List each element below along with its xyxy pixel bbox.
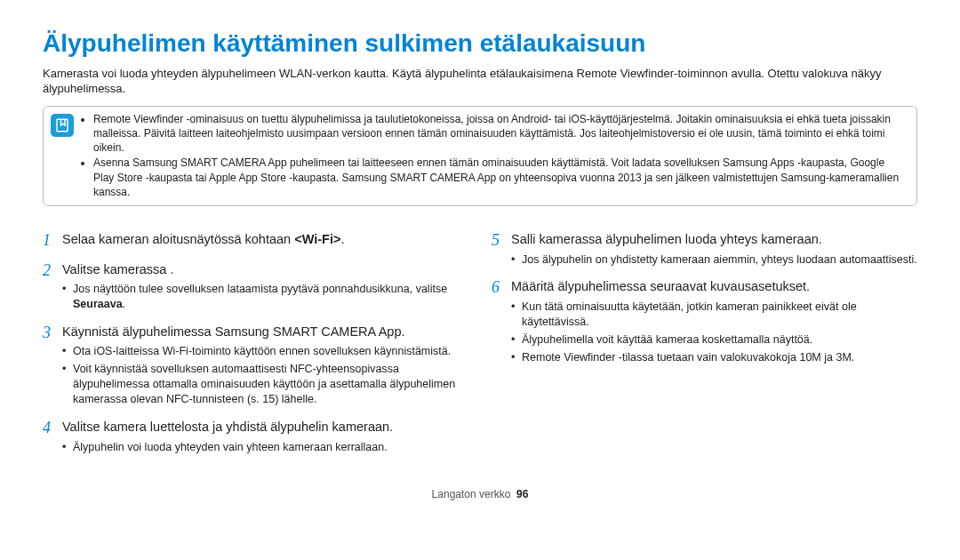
step-1: 1 Selaa kameran aloitusnäytössä kohtaan … [43,231,468,252]
bullet: Jos älypuhelin on yhdistetty kameraan ai… [511,252,917,268]
svg-rect-0 [57,119,68,132]
step-number: 5 [492,231,511,269]
step-6: 6 Määritä älypuhelimessa seuraavat kuvau… [492,278,917,367]
note-icon [51,114,74,137]
step-number: 1 [43,231,62,252]
page-title: Älypuhelimen käyttäminen sulkimen etälau… [43,27,917,60]
step-5: 5 Salli kamerassa älypuhelimen luoda yht… [492,231,917,269]
bullet: Voit käynnistää sovelluksen automaattise… [62,362,468,407]
bullet: Älypuhelimella voit käyttää kameraa kosk… [511,332,917,348]
bullet: Kun tätä ominaisuutta käytetään, jotkin … [511,300,917,330]
note-box: Remote Viewfinder -ominaisuus on tuettu … [43,106,917,206]
step-title: Valitse kamera luettelosta ja yhdistä äl… [62,419,468,436]
note-item: Asenna Samsung SMART CAMERA App puhelime… [93,156,908,199]
step-3: 3 Käynnistä älypuhelimessa Samsung SMART… [43,324,468,410]
right-column: 5 Salli kamerassa älypuhelimen luoda yht… [492,222,917,457]
footer-section: Langaton verkko [432,488,511,500]
note-list: Remote Viewfinder -ominaisuus on tuettu … [81,112,908,200]
step-title: Määritä älypuhelimessa seuraavat kuvausa… [511,278,917,296]
bullet: Älypuhelin voi luoda yhteyden vain yhtee… [62,440,468,455]
step-title: Käynnistä älypuhelimessa Samsung SMART C… [62,324,468,341]
footer-page: 96 [516,488,528,500]
note-item: Remote Viewfinder -ominaisuus on tuettu … [93,112,908,156]
intro-text: Kamerasta voi luoda yhteyden älypuhelime… [43,66,917,97]
step-number: 6 [492,278,511,367]
step-number: 3 [43,324,62,410]
step-2: 2 Valitse kamerassa . Jos näyttöön tulee… [43,261,468,315]
step-title: Salli kamerassa älypuhelimen luoda yhtey… [511,231,917,249]
bullet: Jos näyttöön tulee sovelluksen lataamist… [62,282,468,312]
page-footer: Langaton verkko 96 [43,487,917,501]
step-number: 4 [43,419,62,457]
left-column: 1 Selaa kameran aloitusnäytössä kohtaan … [43,222,468,457]
step-4: 4 Valitse kamera luettelosta ja yhdistä … [43,419,468,457]
step-number: 2 [43,261,62,315]
step-title: Selaa kameran aloitusnäytössä kohtaan <W… [62,231,468,249]
bullet: Ota iOS-laitteissa Wi-Fi-toiminto käyttö… [62,344,468,359]
step-title: Valitse kamerassa . [62,261,468,279]
bullet: Remote Viewfinder -tilassa tuetaan vain … [511,350,917,365]
